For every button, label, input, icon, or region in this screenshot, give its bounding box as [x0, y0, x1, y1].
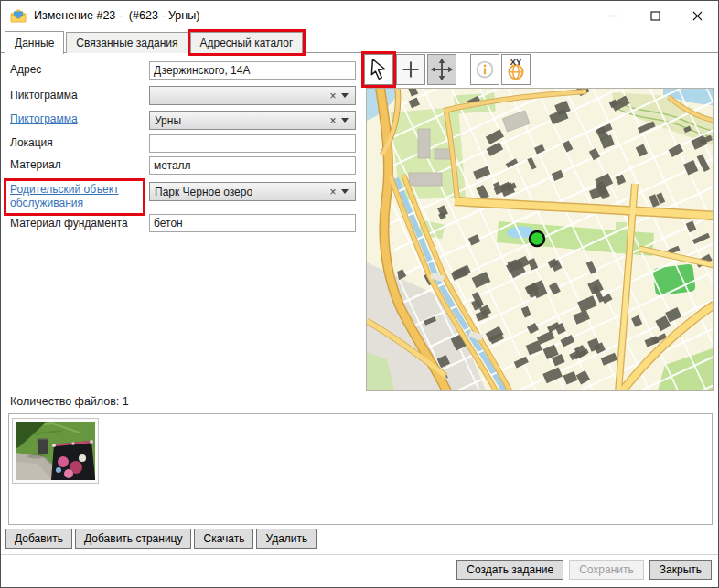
move-arrows-icon [428, 56, 456, 83]
map-marker [530, 231, 544, 246]
location-label: Локация [10, 136, 145, 150]
close-button[interactable] [676, 1, 718, 30]
plus-icon [397, 56, 424, 83]
files-list [8, 413, 713, 525]
close-icon [692, 11, 703, 21]
pan-tool-button[interactable] [427, 54, 456, 85]
add-file-button[interactable]: Добавить [5, 529, 72, 549]
pictogram2-combobox[interactable]: Урны [149, 111, 356, 130]
combo-clear-icon[interactable] [325, 114, 341, 127]
tabstrip: Данные Связанные задания Адресный катало… [5, 31, 305, 54]
create-task-button[interactable]: Создать задание [456, 560, 563, 580]
info-icon [471, 55, 499, 84]
location-input[interactable] [149, 134, 356, 153]
svg-text:XY: XY [510, 58, 522, 67]
minimize-icon [608, 11, 618, 21]
minimize-button[interactable] [592, 1, 634, 30]
parent-object-combobox[interactable]: Парк Черное озеро [149, 182, 356, 201]
combo-dropdown-icon[interactable] [341, 189, 349, 194]
file-actions: Добавить Добавить страницу Скачать Удали… [5, 529, 317, 549]
select-tool-button[interactable] [364, 54, 393, 85]
info-tool-button[interactable] [470, 54, 499, 85]
cursor-icon [365, 56, 392, 83]
app-icon [10, 9, 27, 23]
footer-actions: Создать задание Сохранить Закрыть [456, 560, 712, 580]
pictogram1-label: Пиктограмма [10, 89, 145, 102]
save-button[interactable]: Сохранить [569, 560, 644, 580]
parent-object-link[interactable]: Родительский объект обслуживания [10, 183, 143, 210]
download-button[interactable]: Скачать [194, 529, 253, 549]
address-label: Адрес [10, 63, 145, 77]
combo-dropdown-icon[interactable] [341, 118, 349, 123]
foundation-input[interactable]: бетон [149, 214, 356, 232]
combo-dropdown-icon[interactable] [341, 93, 349, 98]
add-page-button[interactable]: Добавить страницу [75, 529, 191, 549]
tab-data[interactable]: Данные [5, 31, 64, 54]
files-count-label: Количество файлов: 1 [10, 395, 129, 408]
tab-address-catalog[interactable]: Адресный каталог [190, 32, 304, 53]
combo-clear-icon[interactable] [325, 186, 341, 198]
pictogram1-combobox[interactable] [149, 86, 356, 105]
file-thumbnail[interactable] [12, 418, 99, 484]
pictogram2-link[interactable]: Пиктограмма [10, 112, 145, 126]
window-title: Изменение #23 - (#623 - Урны) [34, 9, 199, 22]
close-dialog-button[interactable]: Закрыть [649, 560, 712, 580]
xy-globe-icon: XY [502, 55, 530, 84]
maximize-icon [650, 11, 660, 21]
coordinates-tool-button[interactable]: XY [501, 54, 531, 85]
maximize-button[interactable] [634, 1, 676, 30]
address-input[interactable]: Дзержинского, 14А [149, 61, 356, 80]
foundation-label: Материал фундамента [10, 217, 145, 230]
tab-related-tasks[interactable]: Связанные задания [66, 32, 188, 53]
material-input[interactable]: металл [149, 156, 356, 175]
combo-clear-icon[interactable] [325, 90, 341, 102]
material-label: Материал [10, 158, 145, 172]
footer-separator [1, 554, 718, 555]
delete-button[interactable]: Удалить [256, 529, 317, 549]
dialog-window: Изменение #23 - (#623 - Урны) Данные Свя… [0, 0, 719, 588]
add-point-tool-button[interactable] [396, 54, 425, 85]
photo-trash-bin [16, 422, 95, 480]
map-canvas[interactable] [366, 88, 714, 391]
window-controls [592, 1, 718, 30]
